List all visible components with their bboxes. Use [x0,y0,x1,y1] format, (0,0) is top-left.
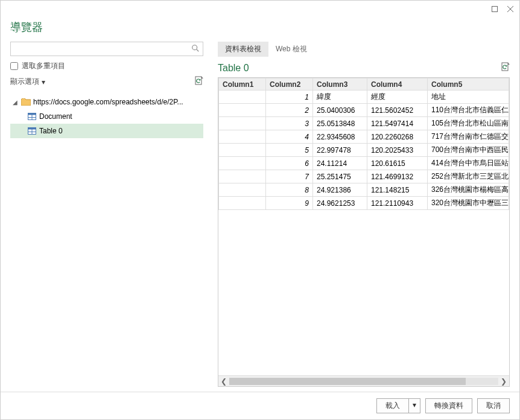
multi-select-checkbox[interactable]: 選取多重項目 [10,61,203,71]
tree-item-table0[interactable]: Table 0 [10,124,203,138]
table-cell: 5 [266,144,313,157]
table-cell [219,197,266,210]
table-cell: 121.5497414 [367,117,428,130]
table-row[interactable]: 725.251475121.4699132252台灣新北市三芝區北勢 [219,170,509,183]
source-tree: ◢ https://docs.google.com/spreadsheets/d… [10,95,203,138]
table-cell: 121.4699132 [367,170,428,183]
table-cell: 25.0400306 [313,104,367,117]
scroll-thumb[interactable] [229,378,466,385]
table-row[interactable]: 522.997478120.2025433700台灣台南市中西區民生 [219,144,509,157]
table-cell [219,170,266,183]
table-cell: 326台灣桃園市楊梅區高山 [428,183,509,197]
tree-item-label: Document [39,112,72,121]
tab-table-view[interactable]: 資料表檢視 [218,42,268,57]
table-cell: 7 [266,170,313,183]
dialog-header: 導覽器 [1,18,519,42]
preview-title: Table 0 [218,63,249,74]
table-cell: 252台灣新北市三芝區北勢 [428,170,509,183]
load-dropdown-toggle[interactable]: ▾ [409,399,420,413]
load-button[interactable]: 載入 ▾ [376,398,420,413]
titlebar [1,1,519,18]
table-cell: 地址 [428,91,509,104]
dialog-footer: 載入 ▾ 轉換資料 取消 [1,392,519,419]
caret-down-icon: ◢ [13,99,19,106]
table-cell [219,104,266,117]
table-cell: 121.148215 [367,183,428,197]
tree-item-document[interactable]: Document [10,109,203,124]
table-cell: 24.11214 [313,157,367,170]
table-cell [219,91,266,104]
table-cell: 4 [266,130,313,144]
table-cell: 1 [266,91,313,104]
horizontal-scrollbar[interactable]: ❮ ❯ [218,375,509,386]
table-cell: 120.2260268 [367,130,428,144]
table-row[interactable]: 624.11214120.61615414台灣台中市烏日區站區 [219,157,509,170]
dialog-title: 導覽器 [10,20,510,34]
table-cell: 22.997478 [313,144,367,157]
table-cell [219,157,266,170]
chevron-down-icon: ▾ [42,78,45,86]
scroll-left-arrow[interactable]: ❮ [218,377,229,386]
tree-root[interactable]: ◢ https://docs.google.com/spreadsheets/d… [10,95,203,109]
table-icon [27,112,37,121]
table-row[interactable]: 325.0513848121.5497414105台灣台北市松山區南京 [219,117,509,130]
tree-root-label: https://docs.google.com/spreadsheets/d/e… [33,98,183,106]
table-cell: 24.9621253 [313,197,367,210]
table-cell: 717台灣台南市仁德區交流 [428,130,509,144]
table-cell: 3 [266,117,313,130]
column-header[interactable]: Column4 [367,78,428,91]
search-input[interactable] [10,42,203,56]
table-cell: 121.2110943 [367,197,428,210]
table-cell: 110台灣台北市信義區仁愛 [428,104,509,117]
table-cell: 22.9345608 [313,130,367,144]
table-icon [27,126,37,136]
column-header[interactable]: Column3 [313,78,367,91]
transform-button[interactable]: 轉換資料 [425,398,472,413]
multi-select-label: 選取多重項目 [22,61,65,71]
column-header[interactable]: Column1 [219,78,266,91]
table-row[interactable]: 924.9621253121.2110943320台灣桃園市中壢區三光 [219,197,509,210]
table-row[interactable]: 225.0400306121.5602452110台灣台北市信義區仁愛 [219,104,509,117]
table-cell: 9 [266,197,313,210]
table-cell: 25.251475 [313,170,367,183]
refresh-preview-icon[interactable] [501,62,510,74]
column-header[interactable]: Column5 [428,78,509,91]
table-cell: 120.61615 [367,157,428,170]
scroll-track[interactable] [229,378,498,385]
display-options-dropdown[interactable]: 顯示選項 ▾ [10,77,45,87]
scroll-right-arrow[interactable]: ❯ [498,377,509,386]
table-cell [219,144,266,157]
close-button[interactable] [506,5,515,13]
tree-item-label: Table 0 [39,127,63,135]
table-cell: 緯度 [313,91,367,104]
table-row[interactable]: 1緯度經度地址 [219,91,509,104]
data-grid[interactable]: Column1 Column2 Column3 Column4 Column5 … [218,77,510,387]
folder-icon [21,97,31,107]
table-cell: 700台灣台南市中西區民生 [428,144,509,157]
cancel-button[interactable]: 取消 [477,398,510,413]
table-cell: 經度 [367,91,428,104]
load-button-label: 載入 [377,399,409,413]
preview-tabs: 資料表檢視 Web 檢視 [218,42,510,57]
table-cell: 6 [266,157,313,170]
table-header-row: Column1 Column2 Column3 Column4 Column5 [219,78,509,91]
table-row[interactable]: 824.921386121.148215326台灣桃園市楊梅區高山 [219,183,509,197]
table-cell: 121.5602452 [367,104,428,117]
table-cell: 25.0513848 [313,117,367,130]
table-cell: 120.2025433 [367,144,428,157]
svg-rect-0 [492,7,498,12]
table-row[interactable]: 422.9345608120.2260268717台灣台南市仁德區交流 [219,130,509,144]
multi-select-input[interactable] [10,62,18,70]
table-cell: 414台灣台中市烏日區站區 [428,157,509,170]
table-cell [219,117,266,130]
table-cell [219,130,266,144]
display-options-label: 顯示選項 [10,77,39,87]
table-cell: 320台灣桃園市中壢區三光 [428,197,509,210]
refresh-list-icon[interactable] [195,76,203,88]
navigator-pane: 選取多重項目 顯示選項 ▾ ◢ https://docs.google.com/… [10,42,203,387]
maximize-button[interactable] [490,5,499,13]
column-header[interactable]: Column2 [266,78,313,91]
table-cell: 8 [266,183,313,197]
table-cell: 105台灣台北市松山區南京 [428,117,509,130]
tab-web-view[interactable]: Web 檢視 [268,42,314,57]
